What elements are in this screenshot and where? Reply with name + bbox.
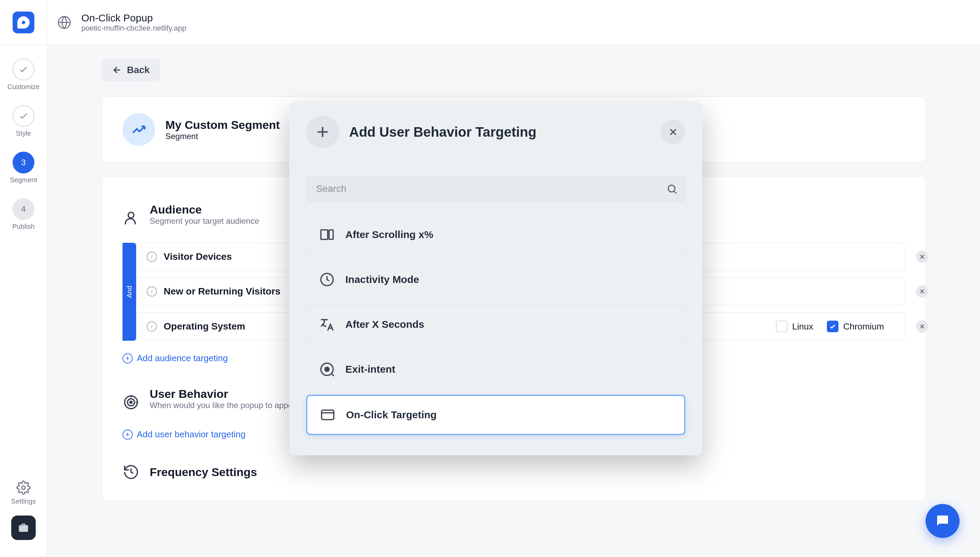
logic-and-bar: And: [122, 243, 136, 341]
sidebar-label: Publish: [12, 223, 35, 231]
checkbox-label: Linux: [792, 321, 813, 332]
svg-point-6: [668, 185, 675, 192]
close-icon: [919, 323, 926, 330]
option-after-scrolling[interactable]: After Scrolling x%: [306, 215, 685, 254]
svg-point-2: [128, 212, 134, 218]
checkbox-linux[interactable]: Linux: [776, 321, 813, 332]
clock-icon: [319, 271, 335, 288]
search-icon: [666, 183, 678, 195]
sidebar-label: Customize: [8, 83, 39, 91]
plus-icon: +: [122, 430, 133, 440]
sidebar-step-publish[interactable]: 4 Publish: [12, 198, 35, 231]
link-label: Add audience targeting: [137, 353, 228, 363]
option-exit-intent[interactable]: Exit-intent: [306, 350, 685, 389]
option-after-x-seconds[interactable]: After X Seconds: [306, 305, 685, 344]
translate-icon: [319, 316, 335, 332]
rule-label: Visitor Devices: [164, 251, 293, 262]
option-label: On-Click Targeting: [346, 409, 436, 421]
sidebar-settings[interactable]: Settings: [11, 480, 36, 505]
close-icon: [668, 127, 678, 137]
option-label: After Scrolling x%: [345, 229, 433, 240]
svg-rect-8: [329, 230, 333, 239]
step-number: 3: [13, 151, 34, 173]
scroll-icon: [319, 226, 335, 243]
svg-point-1: [22, 486, 26, 490]
option-label: Inactivity Mode: [345, 274, 419, 285]
section-title: Audience: [150, 203, 259, 216]
sidebar-step-segment[interactable]: 3 Segment: [10, 151, 37, 184]
check-icon: [18, 64, 29, 75]
remove-rule-button[interactable]: [916, 320, 928, 332]
back-label: Back: [127, 65, 150, 75]
briefcase-icon: [17, 522, 29, 534]
chat-icon: [934, 513, 951, 529]
sidebar-step-style[interactable]: Style: [13, 105, 34, 137]
check-icon: [829, 323, 836, 330]
segment-subtitle: Segment: [165, 132, 280, 141]
checkbox-label: Chromium: [843, 321, 884, 332]
modal-close-button[interactable]: [661, 120, 685, 144]
app-logo[interactable]: [0, 0, 47, 45]
svg-point-11: [325, 367, 329, 371]
link-label: Add user behavior targeting: [137, 429, 245, 440]
svg-rect-7: [321, 230, 328, 239]
section-title: Frequency Settings: [150, 466, 257, 479]
step-number: 4: [13, 198, 34, 220]
remove-rule-button[interactable]: [916, 285, 928, 298]
option-label: Exit-intent: [345, 363, 395, 375]
section-subtitle: Segment your target audience: [150, 216, 259, 226]
sidebar-label: Segment: [10, 176, 37, 184]
info-icon: i: [147, 286, 157, 296]
tab-icon: [320, 407, 336, 423]
section-title: User Behavior: [150, 387, 305, 401]
rule-label: New or Returning Visitors: [164, 286, 293, 297]
briefcase-button[interactable]: [11, 516, 36, 540]
option-inactivity[interactable]: Inactivity Mode: [306, 260, 685, 299]
option-on-click-targeting[interactable]: On-Click Targeting: [306, 395, 685, 435]
close-icon: [919, 288, 926, 295]
arrow-left-icon: [112, 65, 122, 75]
audience-icon: [122, 210, 139, 226]
check-icon: [18, 111, 29, 121]
modal-title: Add User Behavior Targeting: [349, 124, 536, 140]
plus-icon: +: [122, 353, 133, 363]
exit-icon: [319, 361, 335, 378]
close-icon: [919, 253, 926, 260]
page-title: On-Click Popup: [81, 12, 186, 24]
section-subtitle: When would you like the popup to appear?: [150, 401, 305, 410]
remove-rule-button[interactable]: [916, 251, 928, 263]
gear-icon: [16, 480, 31, 495]
add-behavior-modal: Add User Behavior Targeting After Scroll…: [289, 102, 702, 455]
modal-search-input[interactable]: [306, 176, 685, 202]
globe-icon: [47, 15, 81, 29]
sidebar-label: Style: [16, 130, 31, 137]
rule-label: Operating System: [164, 321, 293, 332]
segment-title: My Custom Segment: [165, 118, 280, 132]
page-subtitle: poetic-muffin-cbc3ee.netlify.app: [81, 24, 186, 33]
info-icon: i: [147, 252, 157, 262]
svg-rect-12: [322, 410, 334, 420]
sidebar-step-customize[interactable]: Customize: [8, 59, 39, 91]
chat-fab[interactable]: [926, 504, 960, 538]
target-icon: [122, 394, 139, 411]
option-label: After X Seconds: [345, 319, 424, 330]
svg-point-5: [130, 401, 132, 403]
plus-icon: [306, 116, 339, 148]
trend-icon: [122, 113, 155, 146]
sidebar-label: Settings: [11, 497, 36, 505]
checkbox-chromium[interactable]: Chromium: [827, 321, 884, 332]
info-icon: i: [147, 321, 157, 332]
history-icon: [122, 464, 139, 480]
back-button[interactable]: Back: [102, 59, 160, 81]
